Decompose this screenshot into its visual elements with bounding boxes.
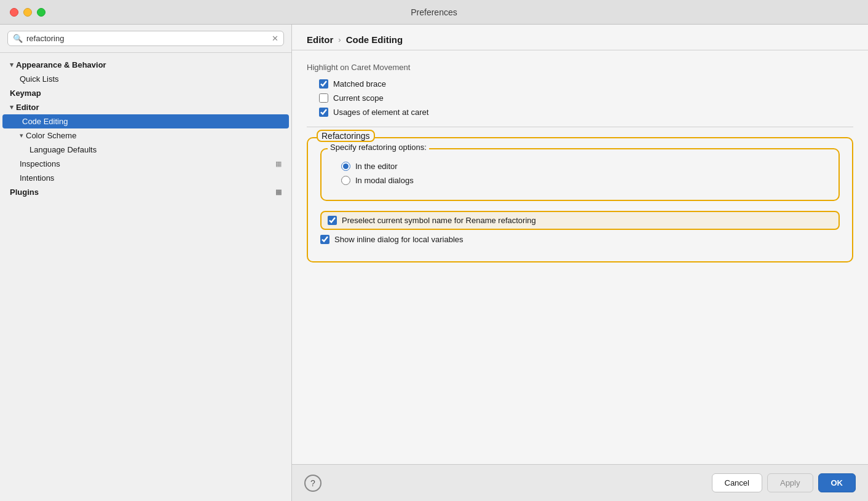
sidebar-item-label: Inspections xyxy=(20,159,60,168)
window-controls xyxy=(10,8,45,17)
in-modal-radio[interactable] xyxy=(341,176,350,185)
in-editor-label: In the editor xyxy=(355,162,398,171)
sidebar-item-label: Quick Lists xyxy=(20,74,59,84)
breadcrumb: Editor › Code Editing xyxy=(307,34,853,45)
apply-button[interactable]: Apply xyxy=(767,473,813,492)
breadcrumb-separator: › xyxy=(338,35,341,44)
sidebar-item-label: Code Editing xyxy=(22,117,68,126)
content-header: Editor › Code Editing xyxy=(292,25,868,50)
in-editor-radio[interactable] xyxy=(341,162,350,171)
sidebar-item-label: Color Scheme xyxy=(26,131,76,140)
inline-dialog-row: Show inline dialog for local variables xyxy=(320,235,840,244)
inline-dialog-checkbox[interactable] xyxy=(320,235,329,244)
sidebar-item-appearance[interactable]: ▾ Appearance & Behavior xyxy=(0,58,291,72)
highlight-section-label: Highlight on Caret Movement xyxy=(307,63,853,72)
cancel-button[interactable]: Cancel xyxy=(712,473,762,492)
content-body: Highlight on Caret Movement Matched brac… xyxy=(292,50,868,464)
sidebar-item-label: Plugins xyxy=(10,187,39,197)
search-box: 🔍 ✕ xyxy=(7,31,284,46)
specify-options-box: Specify refactoring options: In the edit… xyxy=(320,148,840,201)
main-container: 🔍 ✕ ▾ Appearance & Behavior Quick Lists … xyxy=(0,25,868,501)
close-button[interactable] xyxy=(10,8,18,17)
sidebar-item-keymap[interactable]: Keymap xyxy=(0,86,291,100)
sidebar-item-language-defaults[interactable]: Language Defaults xyxy=(0,143,291,157)
bottom-bar: ? Cancel Apply OK xyxy=(292,464,868,501)
chevron-icon: ▾ xyxy=(10,103,14,111)
help-button[interactable]: ? xyxy=(304,475,322,492)
sidebar-item-label: Keymap xyxy=(10,89,41,98)
window-title: Preferences xyxy=(411,7,457,17)
content-area: Editor › Code Editing Highlight on Caret… xyxy=(292,25,868,501)
sidebar-item-label: Appearance & Behavior xyxy=(16,60,106,69)
divider xyxy=(307,127,853,127)
sidebar-item-intentions[interactable]: Intentions xyxy=(0,171,291,185)
chevron-icon: ▾ xyxy=(20,132,23,140)
usages-of-element-row: Usages of element at caret xyxy=(319,108,853,117)
sidebar-item-editor[interactable]: ▾ Editor xyxy=(0,100,291,114)
usages-of-element-label: Usages of element at caret xyxy=(333,108,428,117)
sidebar-item-color-scheme[interactable]: ▾ Color Scheme xyxy=(0,128,291,143)
preselect-label: Preselect current symbol name for Rename… xyxy=(342,216,536,225)
breadcrumb-current: Code Editing xyxy=(346,34,403,45)
grid-icon: ▦ xyxy=(275,188,282,196)
sidebar-item-label: Intentions xyxy=(20,173,54,183)
chevron-icon: ▾ xyxy=(10,61,14,69)
usages-of-element-checkbox[interactable] xyxy=(319,108,328,117)
specify-options-label: Specify refactoring options: xyxy=(328,143,429,152)
refactorings-tab-group: Refactorings Specify refactoring options… xyxy=(307,137,853,262)
preselect-checkbox[interactable] xyxy=(328,216,337,225)
search-icon: 🔍 xyxy=(13,34,23,43)
sidebar-item-label: Editor xyxy=(16,103,39,112)
in-modal-label: In modal dialogs xyxy=(355,176,414,185)
matched-brace-row: Matched brace xyxy=(319,79,853,89)
breadcrumb-parent: Editor xyxy=(307,34,333,45)
search-input[interactable] xyxy=(26,34,268,43)
current-scope-row: Current scope xyxy=(319,93,853,103)
inline-dialog-label: Show inline dialog for local variables xyxy=(334,235,464,244)
title-bar: Preferences xyxy=(0,0,868,25)
clear-search-button[interactable]: ✕ xyxy=(272,34,278,42)
matched-brace-checkbox[interactable] xyxy=(319,79,328,89)
refactorings-tab-label[interactable]: Refactorings xyxy=(317,130,375,142)
current-scope-checkbox[interactable] xyxy=(319,93,328,103)
preselect-row: Preselect current symbol name for Rename… xyxy=(320,211,840,230)
matched-brace-label: Matched brace xyxy=(333,79,386,89)
sidebar-item-quick-lists[interactable]: Quick Lists xyxy=(0,72,291,86)
in-modal-row: In modal dialogs xyxy=(341,176,829,185)
sidebar-item-label: Language Defaults xyxy=(30,145,97,154)
grid-icon: ▦ xyxy=(275,160,282,168)
sidebar-item-inspections[interactable]: Inspections ▦ xyxy=(0,157,291,171)
sidebar-item-plugins[interactable]: Plugins ▦ xyxy=(0,185,291,199)
minimize-button[interactable] xyxy=(23,8,32,17)
sidebar-item-code-editing[interactable]: Code Editing xyxy=(2,114,289,128)
ok-button[interactable]: OK xyxy=(818,473,856,492)
current-scope-label: Current scope xyxy=(333,93,384,103)
maximize-button[interactable] xyxy=(37,8,45,17)
in-editor-row: In the editor xyxy=(341,162,829,171)
search-wrapper: 🔍 ✕ xyxy=(0,25,291,53)
nav-tree: ▾ Appearance & Behavior Quick Lists Keym… xyxy=(0,53,291,501)
sidebar: 🔍 ✕ ▾ Appearance & Behavior Quick Lists … xyxy=(0,25,292,501)
